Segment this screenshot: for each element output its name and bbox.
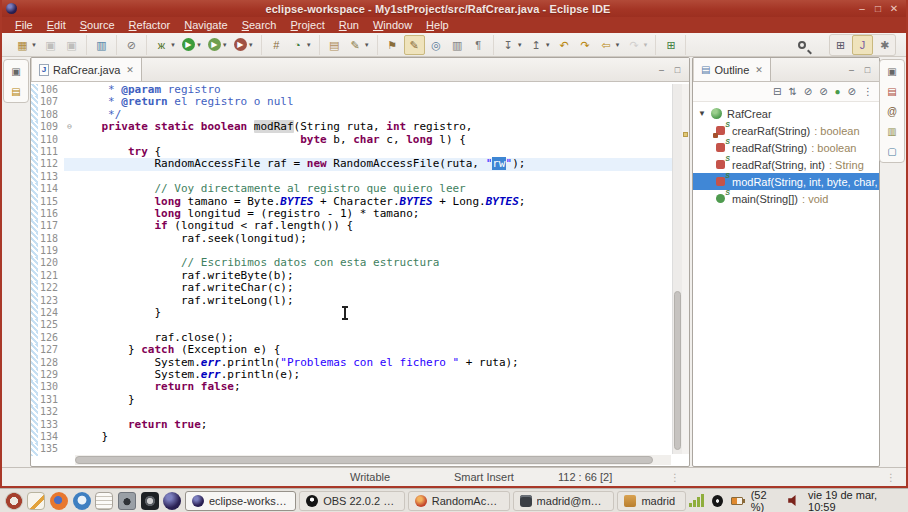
diff-ruler[interactable]	[31, 245, 38, 257]
horizontal-scrollbar-thumb[interactable]	[75, 456, 653, 464]
expander-icon[interactable]: ▼	[698, 109, 706, 118]
line-number[interactable]: 129	[38, 369, 64, 381]
menu-search[interactable]: Search	[235, 17, 284, 33]
forward-history-button[interactable]: ↷▼	[625, 35, 651, 55]
fold-marker[interactable]: ⊖	[64, 121, 75, 133]
maximize-pane-icon[interactable]: □	[671, 65, 684, 75]
battery-icon[interactable]	[731, 497, 743, 505]
diff-ruler[interactable]	[31, 369, 38, 381]
diff-ruler[interactable]	[31, 196, 38, 208]
launcher-camera-app-icon[interactable]	[140, 491, 160, 511]
line-number[interactable]: 131	[38, 394, 64, 406]
line-number[interactable]: 127	[38, 344, 64, 356]
vertical-scrollbar-thumb[interactable]	[674, 291, 681, 450]
menu-help[interactable]: Help	[419, 17, 456, 33]
code-line-124[interactable]: 124 }	[31, 307, 672, 319]
menu-edit[interactable]: Edit	[40, 17, 73, 33]
outline-tab-close-icon[interactable]: ✕	[755, 65, 763, 75]
outline-item-crearRaf[interactable]: ScrearRaf(String) : boolean	[693, 122, 879, 139]
line-number[interactable]: 106	[38, 84, 64, 96]
dropdown-arrow-icon[interactable]: ▼	[196, 42, 202, 48]
horizontal-scrollbar[interactable]	[75, 455, 671, 465]
diff-ruler[interactable]	[31, 121, 38, 133]
code-line-133[interactable]: 133 return true;	[31, 419, 672, 431]
forward-edit-button[interactable]: ↷	[576, 35, 595, 55]
dropdown-arrow-icon[interactable]: ▼	[222, 42, 228, 48]
dropdown-arrow-icon[interactable]: ▼	[615, 42, 621, 48]
run-coverage-button[interactable]: ▶▼	[206, 35, 230, 55]
line-number[interactable]: 119	[38, 245, 64, 257]
diff-ruler[interactable]	[31, 233, 38, 245]
line-number[interactable]: 108	[38, 109, 64, 121]
diff-ruler[interactable]	[31, 319, 38, 331]
launcher-screenshot-tool-icon[interactable]	[117, 491, 137, 511]
collapse-all-icon[interactable]: ⊟	[773, 86, 781, 97]
line-number[interactable]: 114	[38, 183, 64, 195]
next-annotation-button[interactable]: ↧▼	[499, 35, 525, 55]
new-java-class-button[interactable]: ◔▼	[288, 35, 314, 55]
javadoc-view-icon[interactable]: @	[884, 104, 900, 118]
problems-view-icon[interactable]: ▤	[884, 84, 900, 98]
diff-ruler[interactable]	[31, 158, 38, 170]
diff-ruler[interactable]	[31, 282, 38, 294]
launcher-browser-app-icon[interactable]	[72, 491, 92, 511]
diff-ruler[interactable]	[31, 257, 38, 269]
launcher-distributor-logo-icon[interactable]	[4, 491, 24, 511]
taskbar-window-terminal[interactable]: madrid@max1...	[513, 491, 615, 511]
menu-file[interactable]: File	[8, 17, 40, 33]
diff-ruler[interactable]	[31, 270, 38, 282]
search-button[interactable]	[796, 35, 808, 55]
diff-ruler[interactable]	[31, 109, 38, 121]
hide-local-types-icon[interactable]: ⊘	[848, 86, 856, 97]
line-number[interactable]: 128	[38, 357, 64, 369]
run-button[interactable]: ▶▼	[180, 35, 204, 55]
diff-ruler[interactable]	[31, 171, 38, 183]
line-number[interactable]: 120	[38, 257, 64, 269]
code-line-131[interactable]: 131 }	[31, 394, 672, 406]
maximize-button[interactable]: □	[870, 0, 886, 17]
obs-tray-icon[interactable]	[712, 495, 723, 507]
restore-pane-icon[interactable]: ▣	[884, 64, 900, 78]
menu-source[interactable]: Source	[73, 17, 122, 33]
link-with-editor-button[interactable]: ◎	[427, 35, 446, 55]
dropdown-arrow-icon[interactable]: ▼	[248, 42, 254, 48]
open-perspective-button[interactable]: ⊞	[831, 35, 850, 55]
tab-outline[interactable]: ▤ Outline ✕	[693, 58, 771, 81]
diff-ruler[interactable]	[31, 84, 38, 96]
external-tools-button[interactable]: ✎▼	[346, 35, 372, 55]
line-number[interactable]: 132	[38, 406, 64, 418]
launcher-notes-app-icon[interactable]	[27, 491, 47, 511]
hide-static-members-icon[interactable]: ⊘	[819, 86, 827, 97]
diff-ruler[interactable]	[31, 406, 38, 418]
new-wizard-button[interactable]: ▦▼	[13, 35, 39, 55]
code-line-112[interactable]: 112 RandomAccessFile raf = new RandomAcc…	[31, 158, 672, 170]
open-new-view-button[interactable]: ⊞	[661, 35, 680, 55]
diff-ruler[interactable]	[31, 443, 38, 455]
console-view-icon[interactable]: ▢	[884, 144, 900, 158]
line-number[interactable]: 110	[38, 134, 64, 146]
launcher-text-editor-icon[interactable]	[95, 491, 115, 511]
dropdown-arrow-icon[interactable]: ▼	[545, 42, 551, 48]
declaration-view-icon[interactable]: ▥	[884, 124, 900, 138]
overview-ruler[interactable]	[682, 84, 689, 454]
code-line-134[interactable]: 134 }	[31, 431, 672, 443]
dropdown-arrow-icon[interactable]: ▼	[170, 42, 176, 48]
sort-icon[interactable]: ⇅	[788, 86, 796, 97]
menu-run[interactable]: Run	[332, 17, 366, 33]
restore-pane-icon[interactable]: ▣	[8, 64, 24, 78]
diff-ruler[interactable]	[31, 96, 38, 108]
save-all-button[interactable]: ▣	[62, 35, 81, 55]
minimize-pane-icon[interactable]: –	[655, 65, 668, 75]
taskbar-window-folder[interactable]: madrid	[617, 491, 685, 511]
java-perspective-button[interactable]: J	[852, 35, 873, 55]
outline-item-readRaf[interactable]: SreadRaf(String, int) : String	[693, 156, 879, 173]
code-editor[interactable]: 106 * @param registro107 * @return el re…	[31, 82, 689, 466]
diff-ruler[interactable]	[31, 332, 38, 344]
outline-item-readRaf[interactable]: SreadRaf(String) : boolean	[693, 139, 879, 156]
previous-annotation-button[interactable]: ↥▼	[527, 35, 553, 55]
debug-button[interactable]: ж▼	[152, 35, 178, 55]
line-number[interactable]: 117	[38, 220, 64, 232]
package-explorer-icon[interactable]: ▤	[8, 84, 24, 98]
menu-navigate[interactable]: Navigate	[177, 17, 234, 33]
line-number[interactable]: 133	[38, 419, 64, 431]
